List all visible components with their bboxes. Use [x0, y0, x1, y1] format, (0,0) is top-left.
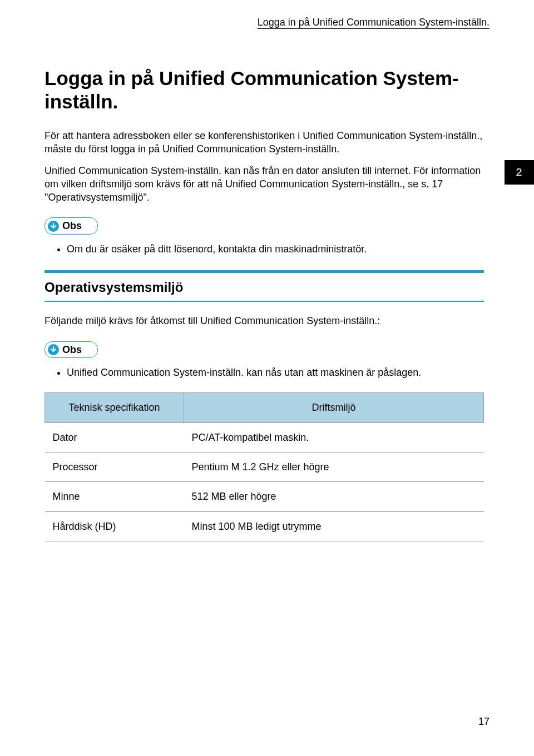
running-header: Logga in på Unified Communication System… — [258, 16, 490, 29]
table-row: Processor Pentium M 1.2 GHz eller högre — [45, 452, 484, 481]
table-cell: PC/AT-kompatibel maskin. — [184, 422, 484, 452]
intro-paragraph-1: För att hantera adressboken eller se kon… — [44, 129, 484, 156]
arrow-down-circle-icon — [48, 221, 59, 232]
note-label: Obs — [62, 219, 82, 232]
table-row: Minne 512 MB eller högre — [45, 482, 484, 511]
table-cell: Processor — [45, 452, 184, 481]
page-number: 17 — [478, 715, 490, 728]
table-header-spec: Teknisk specifikation — [45, 393, 184, 422]
table-cell: Minst 100 MB ledigt utrymme — [184, 511, 484, 541]
section-title: Operativsystemsmiljö — [44, 273, 484, 302]
section-intro: Följande miljö krävs för åtkomst till Un… — [44, 314, 484, 327]
table-row: Dator PC/AT-kompatibel maskin. — [45, 422, 484, 452]
intro-paragraph-2: Unified Communication System-inställn. k… — [44, 164, 484, 205]
page-content: Logga in på Unified Communication System… — [44, 67, 484, 541]
page-title: Logga in på Unified Communication System… — [44, 67, 484, 113]
table-cell: Pentium M 1.2 GHz eller högre — [184, 452, 484, 481]
note-tag: Obs — [44, 341, 98, 358]
note-tag: Obs — [44, 217, 98, 234]
list-item: Unified Communication System-inställn. k… — [67, 366, 484, 379]
table-row: Hårddisk (HD) Minst 100 MB ledigt utrymm… — [45, 511, 484, 541]
arrow-down-circle-icon — [48, 344, 59, 355]
chapter-tab: 2 — [505, 160, 534, 185]
note-label: Obs — [62, 343, 82, 356]
table-cell: Minne — [45, 482, 184, 511]
table-cell: Dator — [45, 422, 184, 452]
section-divider: Operativsystemsmiljö — [44, 270, 484, 302]
note-list-2: Unified Communication System-inställn. k… — [44, 366, 484, 379]
table-header-env: Driftsmiljö — [184, 393, 484, 422]
note-list-1: Om du är osäker på ditt lösenord, kontak… — [44, 242, 484, 256]
spec-table: Teknisk specifikation Driftsmiljö Dator … — [44, 392, 484, 541]
table-cell: Hårddisk (HD) — [45, 511, 184, 541]
table-cell: 512 MB eller högre — [184, 482, 484, 511]
list-item: Om du är osäker på ditt lösenord, kontak… — [67, 242, 484, 256]
